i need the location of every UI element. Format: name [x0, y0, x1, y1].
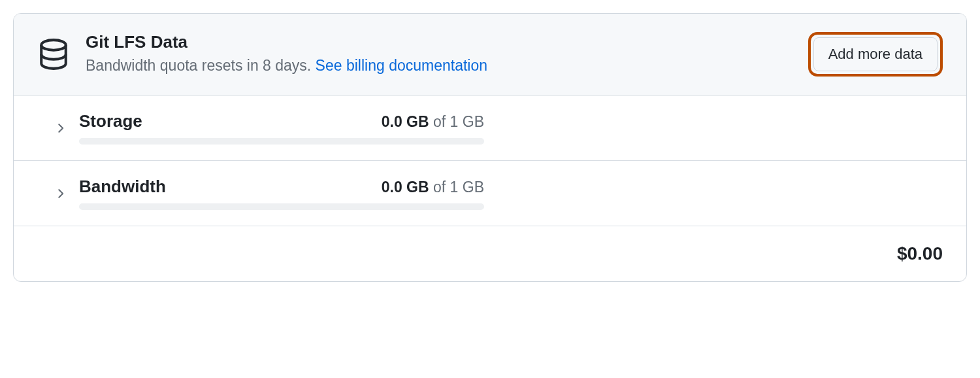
usage-row-storage: Storage 0.0 GB of 1 GB: [14, 95, 966, 161]
chevron-right-icon[interactable]: [53, 186, 67, 201]
progress-bar: [79, 203, 484, 210]
usage-value: 0.0 GB of 1 GB: [382, 179, 484, 196]
progress-bar: [79, 138, 484, 145]
subtitle-text: Bandwidth quota resets in 8 days.: [86, 57, 316, 74]
usage-label: Bandwidth: [79, 177, 166, 197]
total-amount: $0.00: [897, 243, 943, 264]
chevron-right-icon[interactable]: [53, 121, 67, 135]
usage-value: 0.0 GB of 1 GB: [382, 113, 484, 131]
usage-of: of 1 GB: [429, 113, 484, 130]
usage-top: Storage 0.0 GB of 1 GB: [79, 111, 484, 131]
git-lfs-card: Git LFS Data Bandwidth quota resets in 8…: [13, 13, 967, 282]
usage-of: of 1 GB: [429, 179, 484, 196]
usage-content: Storage 0.0 GB of 1 GB: [79, 111, 484, 145]
usage-row-bandwidth: Bandwidth 0.0 GB of 1 GB: [14, 161, 966, 226]
svg-point-0: [41, 40, 66, 50]
header-title: Git LFS Data: [86, 32, 792, 52]
add-more-data-highlight: Add more data: [808, 32, 943, 77]
billing-doc-link[interactable]: See billing documentation: [316, 57, 487, 74]
usage-top: Bandwidth 0.0 GB of 1 GB: [79, 177, 484, 197]
usage-used: 0.0 GB: [382, 179, 429, 196]
add-more-data-button[interactable]: Add more data: [813, 37, 938, 71]
usage-used: 0.0 GB: [382, 113, 429, 130]
usage-content: Bandwidth 0.0 GB of 1 GB: [79, 177, 484, 210]
header-text: Git LFS Data Bandwidth quota resets in 8…: [86, 32, 792, 76]
header-subtitle: Bandwidth quota resets in 8 days. See bi…: [86, 55, 792, 76]
card-header: Git LFS Data Bandwidth quota resets in 8…: [14, 14, 966, 95]
card-footer: $0.00: [14, 226, 966, 281]
database-icon: [37, 37, 70, 72]
usage-label: Storage: [79, 111, 142, 131]
